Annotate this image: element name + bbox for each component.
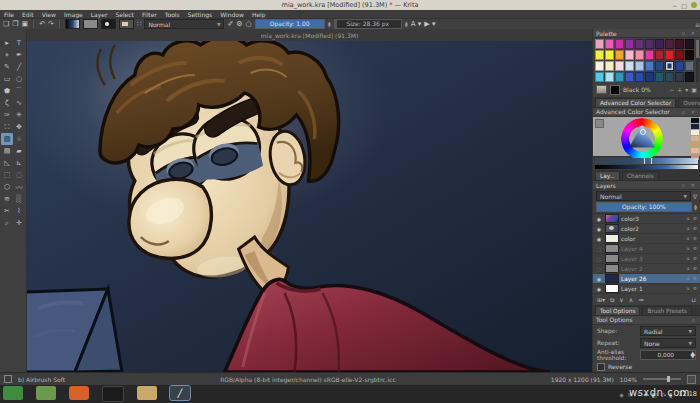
tool-gradient[interactable]: ▨ <box>1 133 13 145</box>
tool-shape-select[interactable]: ▸ <box>1 37 13 49</box>
palette-swatch[interactable] <box>625 39 634 49</box>
tool-rectangle[interactable]: ▭ <box>1 73 13 85</box>
eraser-mode-icon[interactable]: ✐ <box>227 20 233 28</box>
layer-action-button[interactable]: ∨ <box>619 296 623 303</box>
layer-property-icons[interactable]: α ⚙ <box>687 226 698 231</box>
menu-file[interactable]: File <box>4 11 14 18</box>
docker-window-icons[interactable]: ▫ ✕ <box>682 182 697 188</box>
tool-polyline[interactable]: ⌒ <box>13 85 25 97</box>
layer-thumbnail[interactable] <box>605 274 619 283</box>
tab-advanced-color-selector[interactable]: Advanced Color Selector <box>595 98 676 107</box>
palette-header[interactable]: Palette ▫ ✕ <box>593 29 700 38</box>
layer-row-layer-3[interactable]: ○Layer 3α ⚙ <box>593 254 700 264</box>
tool-text[interactable]: T <box>13 37 25 49</box>
current-color-swatch[interactable] <box>610 85 620 95</box>
palette-swatch[interactable] <box>675 72 684 82</box>
tool-line[interactable]: ╱ <box>13 61 25 73</box>
zoom-slider[interactable] <box>643 378 681 380</box>
palette-footer-button[interactable]: − <box>669 86 674 93</box>
tab-channels[interactable]: Channels <box>622 171 659 180</box>
palette-swatch[interactable] <box>655 50 664 60</box>
palette-swatch[interactable] <box>605 72 614 82</box>
redo-icon[interactable]: ↷ <box>48 20 54 28</box>
palette-swatch[interactable] <box>655 72 664 82</box>
layer-visibility-icon[interactable]: ○ <box>595 256 603 262</box>
layer-row-layer-1[interactable]: ◉Layer 1α ⚙ <box>593 284 700 294</box>
opacity-spinner[interactable]: ▲▼ <box>328 21 331 27</box>
tool-similar-select[interactable]: ≋ <box>1 193 13 205</box>
palette-swatch[interactable] <box>615 39 624 49</box>
layer-property-icons[interactable]: α ⚙ <box>687 236 698 241</box>
menu-image[interactable]: Image <box>64 11 83 18</box>
menu-filter[interactable]: Filter <box>142 11 157 18</box>
layer-row-color2[interactable]: ◉color2α ⚙ <box>593 224 700 234</box>
gradient-chooser[interactable] <box>65 19 80 29</box>
palette-swatch[interactable] <box>665 72 674 82</box>
tool-color-sampler[interactable]: ⌾ <box>13 133 25 145</box>
layer-thumbnail[interactable] <box>605 244 619 253</box>
palette-swatch[interactable] <box>615 61 624 71</box>
size-spinner[interactable]: ▲▼ <box>405 21 408 27</box>
color-history-swatch[interactable] <box>691 136 699 141</box>
color-history-swatch[interactable] <box>691 124 699 129</box>
acs-settings-icon[interactable] <box>595 119 604 128</box>
window-titlebar[interactable]: mia_work.kra [Modified] (91.3M) * — Krit… <box>0 0 700 10</box>
layer-property-icons[interactable]: α ⚙ <box>687 216 698 221</box>
tool-pattern-edit[interactable]: ▤ <box>1 145 13 157</box>
tool-options-header[interactable]: Tool Options ▫ <box>593 316 700 325</box>
layer-thumbnail[interactable] <box>605 284 619 293</box>
layers-header[interactable]: Layers ▫ ✕ <box>593 181 700 190</box>
opacity-slider[interactable]: Opacity: 1.00 <box>255 19 325 29</box>
tool-edit-shapes[interactable]: ⌖ <box>1 49 13 61</box>
palette-swatch[interactable] <box>635 72 644 82</box>
menu-settings[interactable]: Settings <box>188 11 213 18</box>
palette-swatch[interactable] <box>645 39 654 49</box>
tray-icon[interactable]: ◈ <box>619 391 624 398</box>
blend-mode-dropdown[interactable]: Normal ▼ <box>144 19 224 29</box>
layer-row-layer-2[interactable]: ○Layer 2α ⚙ <box>593 264 700 274</box>
tool-calligraphy[interactable]: ✒ <box>13 49 25 61</box>
taskbar-ubuntu[interactable] <box>69 386 89 400</box>
palette-swatch[interactable] <box>675 61 684 71</box>
layer-row-layer-4[interactable]: ○Layer 4α ⚙ <box>593 244 700 254</box>
taskbar-terminal[interactable] <box>3 386 23 400</box>
layer-thumbnail[interactable] <box>605 264 619 273</box>
palette-swatch[interactable] <box>615 50 624 60</box>
palette-swatch[interactable] <box>595 39 604 49</box>
assistant-tool-icon[interactable]: A ▾ <box>411 20 422 28</box>
palette-swatch[interactable] <box>615 72 624 82</box>
tool-transform[interactable]: ⛶ <box>1 121 13 133</box>
layer-visibility-icon[interactable]: ◉ <box>595 216 603 222</box>
palette-footer-button[interactable]: + <box>677 86 682 93</box>
tool-freehand-brush[interactable]: ✎ <box>1 61 13 73</box>
tool-freehand-path[interactable]: ∿ <box>13 97 25 109</box>
menu-help[interactable]: Help <box>252 11 266 18</box>
palette-swatch[interactable] <box>625 61 634 71</box>
detach-icon[interactable]: ○ <box>246 20 252 28</box>
layer-property-icons[interactable]: α ⚙ <box>687 246 698 251</box>
palette-file-icon[interactable] <box>596 85 607 94</box>
palette-swatch[interactable] <box>605 61 614 71</box>
layer-visibility-icon[interactable]: ○ <box>595 266 603 272</box>
pattern-chooser[interactable] <box>83 19 98 29</box>
tool-pan[interactable]: ✛ <box>13 217 25 229</box>
canvas-artwork[interactable] <box>27 41 592 372</box>
undo-icon[interactable]: ↶ <box>39 20 45 28</box>
brush-presets-chooser[interactable] <box>119 19 134 29</box>
antialias-spinbox[interactable]: 0,000 ▲▼ <box>640 350 696 360</box>
palette-swatch[interactable] <box>635 61 644 71</box>
palette-swatch[interactable] <box>685 50 694 60</box>
palette-footer-button[interactable]: ▣ <box>691 86 697 93</box>
palette-swatch[interactable] <box>595 50 604 60</box>
taskbar-dark-app[interactable] <box>102 386 124 402</box>
workspace-chooser-icon[interactable]: ∷ <box>137 20 141 28</box>
tool-polygon[interactable]: ⬟ <box>1 85 13 97</box>
zoom-reset-button[interactable] <box>687 375 696 384</box>
tool-polygon-select[interactable]: ⬡ <box>1 181 13 193</box>
taskbar-krita[interactable]: ╱ <box>170 386 190 400</box>
reverse-checkbox[interactable] <box>597 363 605 371</box>
tool-rect-select[interactable]: ⬚ <box>1 169 13 181</box>
menu-layer[interactable]: Layer <box>91 11 108 18</box>
layer-visibility-icon[interactable]: ◉ <box>595 286 603 292</box>
color-history-swatch[interactable] <box>691 148 699 153</box>
